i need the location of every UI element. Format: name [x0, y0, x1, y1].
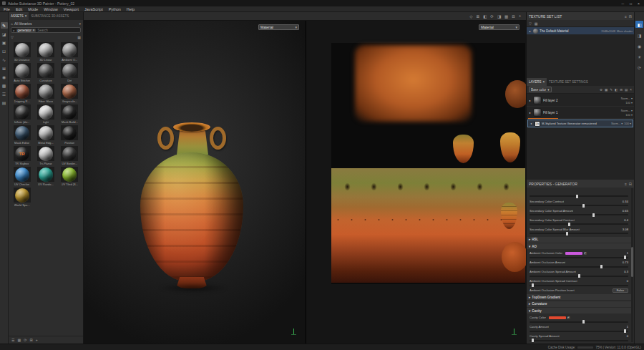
slider-track[interactable]	[530, 214, 628, 215]
toggle-button[interactable]: False	[613, 288, 628, 293]
parameter-value[interactable]: 1	[627, 325, 628, 329]
parameter-value[interactable]: 0.3	[624, 270, 628, 273]
parameter[interactable]: Secondary Color Spread Blur Amount ◩ 3.0…	[530, 226, 628, 235]
parameter[interactable]: Ambient Occlusion Spread Amount ◩ 0.3	[530, 269, 628, 278]
layer-row[interactable]: ● Fill layer 2 Norm...▾ 100▾	[527, 94, 634, 107]
snap-icon[interactable]: ⊞	[476, 14, 479, 19]
new-resource-icon[interactable]: +	[36, 338, 38, 342]
pottery-model[interactable]	[138, 120, 245, 292]
delete-layer-icon[interactable]: ×	[630, 88, 632, 92]
slider-track[interactable]	[530, 331, 628, 332]
slider-handle[interactable]	[582, 204, 585, 208]
menu-item[interactable]: Viewport	[61, 7, 82, 11]
split-view-icon[interactable]: ⊟	[512, 14, 515, 19]
menu-icon[interactable]: ≡	[625, 182, 627, 186]
tab-substance-3d-assets[interactable]: SUBSTANCE 3D ASSETS	[29, 12, 71, 20]
shader-mode-dropdown-3d[interactable]: Material ▾	[258, 24, 299, 30]
parameter-value[interactable]: 0	[627, 334, 628, 338]
add-folder-icon[interactable]: ▤	[625, 88, 628, 92]
section-header[interactable]: ▾ Cavity	[527, 308, 633, 313]
slider-handle[interactable]	[624, 329, 626, 333]
grid-view-icon[interactable]: ▦	[17, 338, 21, 342]
visibility-eye-icon[interactable]: ●	[528, 99, 532, 102]
library-selector[interactable]: ⌂ All libraries ▾	[9, 20, 83, 26]
opacity-dropdown[interactable]: 100▾	[624, 122, 631, 125]
menu-icon[interactable]: ≡	[625, 14, 627, 19]
asset-item[interactable]: Mask Editor	[10, 124, 34, 145]
add-smart-material-icon[interactable]: ⊞	[620, 88, 623, 92]
add-paint-layer-icon[interactable]: ✎	[610, 88, 613, 92]
section-header[interactable]: ▸ TopDown Gradient	[527, 294, 633, 300]
focus-icon[interactable]: ⌖	[519, 14, 521, 19]
section-header[interactable]: ▸ HSL	[527, 237, 633, 243]
display-mode-icon[interactable]: ◨	[497, 14, 501, 19]
menu-item[interactable]: File	[1, 7, 13, 11]
asset-item[interactable]: 3D Distance	[10, 41, 34, 62]
close-icon[interactable]: ×	[33, 29, 35, 32]
minimize-button[interactable]: ─	[622, 1, 625, 6]
material-picker-tool[interactable]: ◉	[1, 74, 8, 80]
import-resources-icon[interactable]: ⊞	[29, 338, 32, 342]
visibility-eye-icon[interactable]: ●	[528, 111, 532, 115]
parameter[interactable]: Cavity Color ◩	[530, 315, 628, 324]
viewport-3d[interactable]: Material ▾	[84, 21, 306, 344]
add-effect-icon[interactable]: ⚙	[600, 88, 602, 92]
visibility-eye-icon[interactable]: ●	[530, 122, 533, 125]
asset-item[interactable]: Metal Edg...	[34, 124, 57, 145]
menu-item[interactable]: Python	[106, 7, 124, 11]
layer-thumbnail[interactable]	[533, 108, 542, 117]
tab-assets[interactable]: ASSETS ×	[9, 12, 29, 20]
search-input[interactable]: ⌕ generator × Search	[11, 27, 81, 33]
asset-item[interactable]: 3D Linear	[34, 41, 57, 62]
parameter[interactable]: Ambient Occlusion Spread Contrast ◩ 0	[530, 278, 628, 288]
add-mask-icon[interactable]: ▦	[605, 88, 608, 92]
search-tag[interactable]: generator ×	[16, 29, 36, 32]
blend-mode-dropdown[interactable]: Norm...▾	[621, 97, 633, 100]
asset-item[interactable]: UV Rando...	[34, 165, 57, 186]
environment-settings-icon[interactable]: ☀	[635, 53, 643, 60]
parameter-value[interactable]: 0.73	[623, 261, 628, 264]
slider-track[interactable]	[530, 276, 628, 277]
asset-item[interactable]: Position	[58, 124, 82, 145]
asset-item[interactable]: Ambient O...	[58, 41, 82, 62]
slider-track[interactable]	[530, 321, 628, 323]
smudge-tool[interactable]: ∿	[1, 57, 8, 63]
parameter-value[interactable]: 0.34	[623, 200, 628, 203]
grid-view-icon[interactable]: ▦	[535, 21, 538, 26]
parameter[interactable]: Ambient Occlusion Position Invert ◩ Fals…	[530, 288, 628, 293]
opacity-dropdown[interactable]: 100▾	[625, 101, 633, 104]
asset-item[interactable]: Dripping R...	[10, 82, 34, 103]
slider-track[interactable]	[530, 285, 628, 286]
slider-handle[interactable]	[600, 265, 602, 268]
parameter-value[interactable]: 0.65	[623, 209, 628, 213]
parameter[interactable]: Secondary Color Spread Contrast ◩ 0.4	[530, 217, 628, 226]
clone-tool[interactable]: ⊠	[1, 65, 8, 72]
blend-mode-dropdown[interactable]: Norm...▾	[611, 122, 623, 125]
menu-item[interactable]: Edit	[13, 7, 25, 11]
slider-track[interactable]	[530, 266, 628, 268]
polygon-fill-tool[interactable]: ⊡	[1, 48, 8, 54]
asset-item[interactable]: UV Checker	[10, 165, 34, 186]
asset-item[interactable]: Mask Build...	[58, 103, 82, 124]
asset-item[interactable]: World Spa...	[10, 186, 34, 207]
close-icon[interactable]: ×	[542, 80, 545, 84]
opacity-dropdown[interactable]: 100▾	[625, 113, 633, 117]
navigation-gizmo[interactable]	[290, 328, 297, 336]
asset-item[interactable]: Tri-Planar	[34, 145, 57, 165]
layer-row[interactable]: ● Fill layer 1 Norm...▾ 100▾	[527, 107, 634, 119]
filter-icon[interactable]: ▽	[529, 21, 532, 26]
asset-item[interactable]: TR TR Skybox	[10, 145, 34, 165]
slider-handle[interactable]	[568, 223, 570, 226]
slider-track[interactable]	[530, 195, 628, 197]
section-header[interactable]: ▸ Curvature	[527, 301, 633, 307]
slider-handle[interactable]	[576, 195, 578, 198]
display-settings-icon[interactable]: ◧	[635, 21, 643, 28]
blend-mode-dropdown[interactable]: Norm...▾	[621, 109, 633, 112]
asset-item[interactable]: Light	[34, 103, 57, 124]
channel-dropdown[interactable]: Base color ▾	[529, 87, 552, 92]
visibility-eye-icon[interactable]: ●	[528, 29, 532, 33]
parameter[interactable]: Cavity Spread Amount ◩ 0	[530, 334, 628, 343]
slider-handle[interactable]	[592, 213, 595, 217]
slider-handle[interactable]	[582, 320, 585, 324]
parameter[interactable]: Cavity Amount ◩ 1	[530, 324, 628, 334]
